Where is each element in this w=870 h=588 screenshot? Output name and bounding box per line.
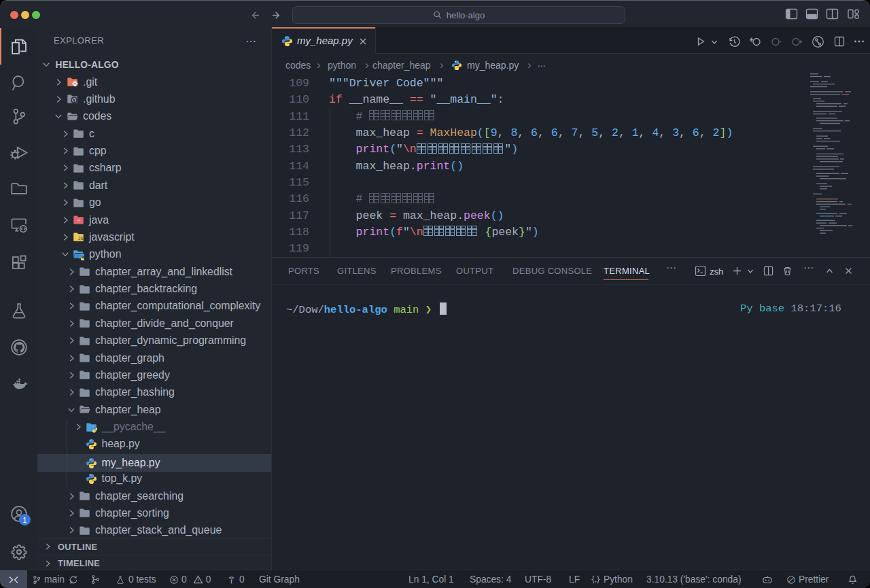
svg-text:JS: JS [78, 236, 84, 241]
